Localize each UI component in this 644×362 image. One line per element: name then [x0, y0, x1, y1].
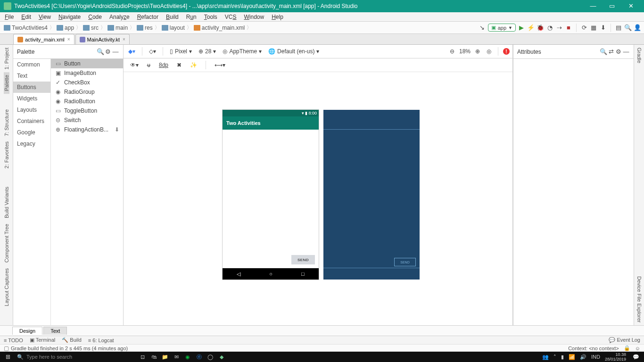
- tray-chevron-up-icon[interactable]: ˄: [553, 354, 556, 360]
- stop-icon[interactable]: ■: [565, 24, 572, 32]
- pal-cat-google[interactable]: Google: [13, 127, 50, 138]
- attributes-hide-icon[interactable]: —: [622, 48, 630, 56]
- context-label[interactable]: Context: <no context>: [568, 346, 619, 351]
- design-surface[interactable]: ▾ ▮ 8:00 Two Activities SEND ◁○□ SEND: [124, 72, 512, 325]
- avd-manager-icon[interactable]: ▦: [590, 24, 597, 32]
- apply-changes-icon[interactable]: ⚡: [527, 24, 535, 32]
- tool-component-tree[interactable]: Component Tree: [4, 221, 9, 265]
- crumb-project[interactable]: TwoActivities4: [3, 25, 49, 31]
- pal-cat-common[interactable]: Common: [13, 59, 50, 70]
- user-icon[interactable]: 👤: [634, 24, 641, 32]
- palette-item-radiogroup[interactable]: ◉RadioGroup: [51, 87, 123, 97]
- taskbar-store-icon[interactable]: 🛍: [148, 354, 159, 360]
- palette-item-fab[interactable]: ⊕FloatingActionB...⬇: [51, 125, 123, 134]
- menu-run[interactable]: Run: [182, 14, 200, 20]
- palette-item-togglebutton[interactable]: ▭ToggleButton: [51, 106, 123, 115]
- status-hector-icon[interactable]: ☺: [635, 346, 640, 351]
- crumb-src[interactable]: src: [82, 25, 99, 31]
- attributes-search-icon[interactable]: 🔍: [600, 48, 607, 56]
- zoom-out-icon[interactable]: ⊖: [448, 48, 456, 55]
- menu-refactor[interactable]: Refactor: [133, 14, 162, 20]
- maximize-button[interactable]: ▭: [603, 0, 621, 12]
- palette-item-imagebutton[interactable]: ▣ImageButton: [51, 68, 123, 78]
- guideline-icon[interactable]: ⟷▾: [213, 62, 227, 68]
- project-structure-icon[interactable]: ▤: [615, 24, 622, 32]
- menu-view[interactable]: View: [35, 14, 55, 20]
- tool-favorites[interactable]: 2: Favorites: [4, 139, 9, 171]
- default-margin-selector[interactable]: 8dp: [157, 62, 170, 68]
- zoom-in-icon[interactable]: ⊕: [473, 48, 482, 55]
- tool-terminal[interactable]: ▣ Terminal: [30, 337, 55, 343]
- clear-constraints-icon[interactable]: ✖: [175, 62, 183, 68]
- palette-item-checkbox[interactable]: ✓CheckBox: [51, 78, 123, 87]
- run-icon[interactable]: ▶: [518, 24, 525, 32]
- menu-code[interactable]: Code: [84, 14, 106, 20]
- palette-item-switch[interactable]: ⊝Switch: [51, 115, 123, 125]
- pal-cat-legacy[interactable]: Legacy: [13, 138, 50, 149]
- event-log-button[interactable]: 💬 Event Log: [609, 337, 640, 343]
- tool-build-variants[interactable]: Build Variants: [4, 184, 9, 221]
- tool-build[interactable]: 🔨 Build: [62, 337, 82, 343]
- menu-tools[interactable]: Tools: [200, 14, 221, 20]
- design-surface-selector[interactable]: ◆▾: [126, 48, 137, 55]
- taskbar-mail-icon[interactable]: ✉: [171, 354, 182, 360]
- tab-close-icon[interactable]: ×: [123, 37, 125, 42]
- tool-gradle[interactable]: Gradle: [636, 45, 642, 66]
- attributes-toggle-icon[interactable]: ⇄: [607, 48, 615, 56]
- tool-palette[interactable]: Palette: [4, 72, 9, 94]
- crumb-main[interactable]: main: [107, 25, 129, 31]
- zoom-fit-icon[interactable]: ◎: [485, 48, 493, 55]
- menu-help[interactable]: Help: [268, 14, 287, 20]
- view-options-icon[interactable]: 👁▾: [128, 62, 140, 68]
- taskbar-android-studio-icon[interactable]: ◆: [216, 354, 227, 360]
- menu-analyze[interactable]: Analyze: [106, 14, 133, 20]
- start-button[interactable]: ⊞: [2, 354, 14, 360]
- attributes-settings-icon[interactable]: ⚙: [615, 48, 622, 56]
- autoconnect-icon[interactable]: ᴜ̶: [145, 62, 152, 68]
- blueprint-send-button[interactable]: SEND: [394, 258, 416, 266]
- tool-project[interactable]: 1: Project: [4, 45, 9, 72]
- editor-tab-main-activity[interactable]: MainActivity.kt ×: [75, 34, 130, 44]
- warnings-icon[interactable]: !: [503, 48, 510, 55]
- status-lock-icon[interactable]: 🔒: [624, 345, 630, 351]
- mode-tab-design[interactable]: Design: [12, 327, 42, 335]
- infer-constraints-icon[interactable]: ✨: [188, 62, 199, 68]
- tray-clock[interactable]: 10.38 28/01/2019: [605, 352, 628, 362]
- crumb-app[interactable]: app: [56, 25, 75, 31]
- pal-cat-widgets[interactable]: Widgets: [13, 93, 50, 104]
- menu-window[interactable]: Window: [240, 14, 268, 20]
- attach-debugger-icon[interactable]: ⇢: [555, 24, 563, 32]
- debug-icon[interactable]: 🐞: [537, 24, 544, 32]
- api-selector[interactable]: ⊕ 28▾: [197, 48, 218, 55]
- editor-tab-activity-main[interactable]: activity_main.xml ×: [13, 34, 74, 44]
- menu-file[interactable]: File: [1, 14, 17, 20]
- make-icon[interactable]: ↘: [479, 24, 486, 32]
- search-everywhere-icon[interactable]: 🔍: [624, 24, 632, 32]
- run-configuration-selector[interactable]: ▣ app ▼: [488, 24, 516, 32]
- theme-selector[interactable]: ◎ AppTheme▾: [221, 48, 264, 55]
- sync-gradle-icon[interactable]: ⟳: [580, 24, 588, 32]
- close-button[interactable]: ✕: [621, 0, 640, 12]
- tab-close-icon[interactable]: ×: [67, 37, 70, 42]
- palette-settings-icon[interactable]: ⚙: [104, 48, 112, 56]
- crumb-file[interactable]: activity_main.xml: [193, 25, 246, 31]
- tray-volume-icon[interactable]: 🔊: [580, 354, 586, 360]
- pal-cat-text[interactable]: Text: [13, 70, 50, 82]
- pal-cat-containers[interactable]: Containers: [13, 115, 50, 127]
- crumb-layout[interactable]: layout: [161, 25, 186, 31]
- preview-body[interactable]: SEND: [223, 130, 319, 268]
- menu-edit[interactable]: Edit: [17, 14, 35, 20]
- palette-item-button[interactable]: ▭Button: [51, 59, 123, 68]
- minimize-button[interactable]: —: [584, 0, 603, 12]
- tray-wifi-icon[interactable]: 📶: [569, 354, 575, 360]
- design-preview[interactable]: ▾ ▮ 8:00 Two Activities SEND ◁○□: [223, 110, 319, 280]
- profiler-icon[interactable]: ◔: [546, 24, 553, 32]
- crumb-res[interactable]: res: [136, 25, 154, 31]
- tray-battery-icon[interactable]: ▮: [561, 354, 564, 360]
- device-selector[interactable]: ▯ Pixel▾: [168, 48, 194, 55]
- tray-notifications-icon[interactable]: 💬: [633, 354, 639, 360]
- tool-todo[interactable]: ≡ TODO: [4, 337, 23, 343]
- menu-build[interactable]: Build: [162, 14, 182, 20]
- tool-layout-captures[interactable]: Layout Captures: [4, 265, 9, 309]
- taskbar-chrome-icon[interactable]: ◯: [205, 354, 216, 360]
